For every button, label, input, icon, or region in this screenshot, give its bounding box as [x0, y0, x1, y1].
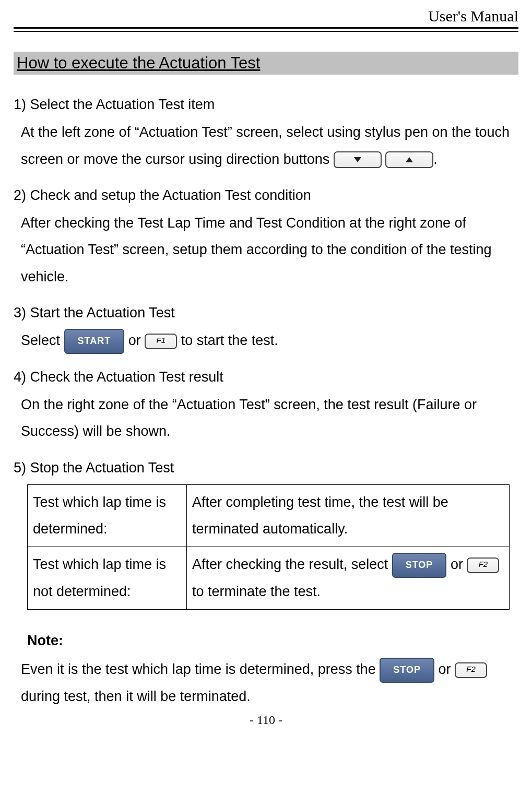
note-text-a: Even it is the test which lap time is de…	[21, 661, 380, 677]
step-2-head: 2) Check and setup the Actuation Test co…	[14, 182, 518, 209]
row2-text-c: to terminate the test.	[192, 584, 321, 599]
stop-button[interactable]: STOP	[380, 658, 434, 683]
note-heading: Note:	[27, 627, 518, 654]
step-3-text-c: to start the test.	[181, 333, 278, 348]
step-3-body: Select START or F1 to start the test.	[21, 327, 518, 354]
start-button[interactable]: START	[64, 329, 125, 354]
section-title: How to execute the Actuation Test	[14, 52, 518, 75]
f1-key-icon[interactable]: F1	[145, 334, 177, 349]
table-row: Test which lap time is not determined: A…	[28, 547, 510, 610]
step-3-text-b: or	[128, 333, 145, 348]
step-3-head: 3) Start the Actuation Test	[14, 300, 518, 326]
table-cell-row2-left: Test which lap time is not determined:	[28, 547, 187, 610]
header-divider	[14, 27, 518, 32]
step-1-text-b: .	[433, 151, 438, 167]
stop-button[interactable]: STOP	[392, 553, 447, 578]
running-header: User's Manual	[14, 7, 518, 25]
step-4-body: On the right zone of the “Actuation Test…	[21, 391, 518, 445]
note-body: Even it is the test which lap time is de…	[21, 656, 518, 710]
step-4-head: 4) Check the Actuation Test result	[14, 364, 518, 390]
table-cell-row1-left: Test which lap time is determined:	[28, 484, 187, 547]
step-1-head: 1) Select the Actuation Test item	[14, 91, 518, 118]
row2-text-b: or	[451, 556, 467, 572]
table-cell-row1-right: After completing test time, the test wil…	[187, 484, 510, 547]
step-1-body: At the left zone of “Actuation Test” scr…	[21, 119, 518, 173]
note-text-c: during test, then it will be terminated.	[21, 689, 251, 704]
step-5-head: 5) Stop the Actuation Test	[14, 455, 518, 481]
row2-text-a: After checking the result, select	[192, 556, 392, 572]
step-3-text-a: Select	[21, 333, 64, 348]
direction-down-button-icon[interactable]	[334, 151, 382, 168]
step-2-body: After checking the Test Lap Time and Tes…	[21, 210, 518, 290]
table-row: Test which lap time is determined: After…	[28, 484, 510, 547]
stop-test-table: Test which lap time is determined: After…	[27, 484, 510, 610]
page-number: - 110 -	[14, 713, 518, 727]
table-cell-row2-right: After checking the result, select STOP o…	[187, 547, 510, 610]
direction-up-button-icon[interactable]	[385, 151, 433, 168]
f2-key-icon[interactable]: F2	[467, 557, 499, 573]
note-text-b: or	[439, 661, 455, 677]
f2-key-icon[interactable]: F2	[455, 662, 487, 678]
